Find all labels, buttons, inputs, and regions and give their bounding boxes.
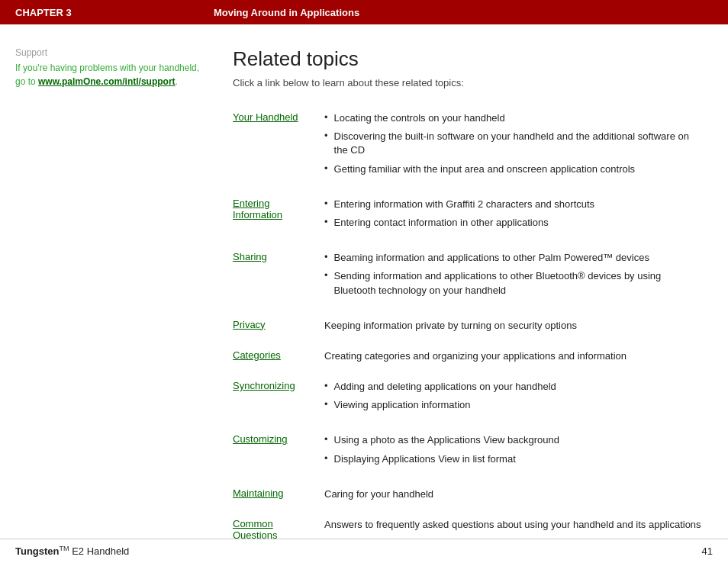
sidebar-period: . bbox=[176, 76, 178, 87]
bullet-text: Beaming information and applications to … bbox=[334, 251, 649, 265]
bullet-item: • Adding and deleting applications on yo… bbox=[324, 380, 705, 394]
bullet-icon: • bbox=[324, 269, 328, 281]
topic-label-cell: Sharing bbox=[233, 246, 324, 307]
bullet-text: Entering information with Graffiti 2 cha… bbox=[334, 198, 595, 211]
sidebar: Support If you're having problems with y… bbox=[0, 24, 217, 539]
table-row: Categories Creating categories and organ… bbox=[233, 345, 705, 368]
topic-label-common-questions[interactable]: CommonQuestions bbox=[233, 518, 278, 539]
page-title: Related topics bbox=[233, 47, 705, 71]
topic-text: Caring for your handheld bbox=[324, 488, 433, 500]
topic-content-cell: • Adding and deleting applications on yo… bbox=[324, 375, 705, 421]
topic-label-your-handheld[interactable]: Your Handheld bbox=[233, 111, 298, 123]
spacer-row bbox=[233, 307, 705, 314]
bullet-item: • Entering information with Graffiti 2 c… bbox=[324, 198, 705, 211]
table-row: Synchronizing • Adding and deleting appl… bbox=[233, 375, 705, 421]
footer-brand-name: Tungsten bbox=[15, 546, 60, 558]
topic-label-customizing[interactable]: Customizing bbox=[233, 433, 288, 445]
table-row: Privacy Keeping information private by t… bbox=[233, 314, 705, 337]
spacer-row bbox=[233, 506, 705, 513]
topic-content-cell: • Using a photo as the Applications View… bbox=[324, 429, 705, 475]
bullet-text: Viewing application information bbox=[334, 398, 471, 412]
topic-label-categories[interactable]: Categories bbox=[233, 349, 281, 361]
table-row: Your Handheld • Locating the controls on… bbox=[233, 107, 705, 185]
header-title: Moving Around in Applications bbox=[214, 7, 359, 18]
spacer-row bbox=[233, 337, 705, 345]
bullet-text: Using a photo as the Applications View b… bbox=[334, 433, 559, 447]
topic-label-cell: Privacy bbox=[233, 314, 324, 337]
topic-label-cell: Maintaining bbox=[233, 483, 324, 506]
topic-label-cell: CommonQuestions bbox=[233, 513, 324, 539]
topic-label-maintaining[interactable]: Maintaining bbox=[233, 487, 284, 499]
footer-page-number: 41 bbox=[702, 545, 713, 557]
sidebar-support-link[interactable]: www.palmOne.com/intl/support bbox=[38, 76, 176, 87]
footer-tm: TM bbox=[60, 545, 69, 552]
topics-table: Your Handheld • Locating the controls on… bbox=[233, 107, 705, 539]
topic-content-cell: • Entering information with Graffiti 2 c… bbox=[324, 193, 705, 239]
sidebar-support-text: If you're having problems with your hand… bbox=[15, 61, 202, 88]
bullet-text: Entering contact information in other ap… bbox=[334, 216, 549, 230]
spacer-row bbox=[233, 185, 705, 193]
topic-content-cell: Creating categories and organizing your … bbox=[324, 345, 705, 368]
bullet-item: • Beaming information and applications t… bbox=[324, 251, 705, 265]
bullet-item: • Displaying Applications View in list f… bbox=[324, 452, 705, 466]
topic-content-cell: Keeping information private by turning o… bbox=[324, 314, 705, 337]
bullet-icon: • bbox=[324, 162, 328, 174]
table-row: Sharing • Beaming information and applic… bbox=[233, 246, 705, 307]
spacer-row bbox=[233, 421, 705, 429]
bullet-icon: • bbox=[324, 216, 328, 227]
bullet-icon: • bbox=[324, 433, 328, 445]
bullet-icon: • bbox=[324, 398, 328, 410]
topic-text: Answers to frequently asked questions ab… bbox=[324, 519, 701, 530]
bullet-text: Displaying Applications View in list for… bbox=[334, 452, 516, 466]
spacer-row bbox=[233, 239, 705, 246]
table-row: CommonQuestions Answers to frequently as… bbox=[233, 513, 705, 539]
bullet-item: • Sending information and applications t… bbox=[324, 269, 705, 297]
main-content: Related topics Click a link below to lea… bbox=[217, 24, 728, 539]
topic-label-sharing[interactable]: Sharing bbox=[233, 251, 267, 262]
bullet-text: Sending information and applications to … bbox=[334, 269, 705, 297]
bullet-icon: • bbox=[324, 380, 328, 391]
bullet-text: Locating the controls on your handheld bbox=[334, 111, 505, 125]
topic-label-cell: Synchronizing bbox=[233, 375, 324, 421]
footer-bar: TungstenTM E2 Handheld 41 bbox=[0, 539, 728, 563]
bullet-icon: • bbox=[324, 130, 328, 141]
spacer-row bbox=[233, 475, 705, 483]
spacer-row bbox=[233, 368, 705, 375]
topic-text: Keeping information private by turning o… bbox=[324, 320, 577, 331]
topic-content-cell: Answers to frequently asked questions ab… bbox=[324, 513, 705, 539]
content-area: Support If you're having problems with y… bbox=[0, 24, 728, 539]
topic-label-cell: Your Handheld bbox=[233, 107, 324, 185]
footer-brand: TungstenTM E2 Handheld bbox=[15, 545, 129, 557]
bullet-icon: • bbox=[324, 452, 328, 464]
bullet-icon: • bbox=[324, 111, 328, 123]
bullet-item: • Using a photo as the Applications View… bbox=[324, 433, 705, 447]
page-subtitle: Click a link below to learn about these … bbox=[233, 77, 705, 88]
table-row: Customizing • Using a photo as the Appli… bbox=[233, 429, 705, 475]
topic-content-cell: • Locating the controls on your handheld… bbox=[324, 107, 705, 185]
sidebar-support-label: Support bbox=[15, 47, 202, 58]
bullet-item: • Entering contact information in other … bbox=[324, 216, 705, 230]
table-row: EnteringInformation • Entering informati… bbox=[233, 193, 705, 239]
bullet-item: • Discovering the built-in software on y… bbox=[324, 130, 705, 157]
topic-label-cell: Customizing bbox=[233, 429, 324, 475]
bullet-icon: • bbox=[324, 251, 328, 262]
topic-label-cell: Categories bbox=[233, 345, 324, 368]
topic-content-cell: Caring for your handheld bbox=[324, 483, 705, 506]
topic-label-entering-information[interactable]: EnteringInformation bbox=[233, 198, 282, 220]
bullet-icon: • bbox=[324, 198, 328, 209]
table-row: Maintaining Caring for your handheld bbox=[233, 483, 705, 506]
bullet-item: • Viewing application information bbox=[324, 398, 705, 412]
header-bar: CHAPTER 3 Moving Around in Applications bbox=[0, 0, 728, 24]
bullet-item: • Getting familiar with the input area a… bbox=[324, 162, 705, 176]
bullet-text: Getting familiar with the input area and… bbox=[334, 162, 636, 176]
bullet-text: Discovering the built-in software on you… bbox=[334, 130, 705, 157]
topic-label-synchronizing[interactable]: Synchronizing bbox=[233, 380, 295, 391]
header-chapter: CHAPTER 3 bbox=[15, 7, 214, 18]
topic-label-cell: EnteringInformation bbox=[233, 193, 324, 239]
bullet-item: • Locating the controls on your handheld bbox=[324, 111, 705, 125]
topic-text: Creating categories and organizing your … bbox=[324, 350, 627, 362]
topic-label-privacy[interactable]: Privacy bbox=[233, 319, 266, 330]
bullet-text: Adding and deleting applications on your… bbox=[334, 380, 556, 394]
footer-model: E2 Handheld bbox=[69, 546, 130, 558]
topic-content-cell: • Beaming information and applications t… bbox=[324, 246, 705, 307]
